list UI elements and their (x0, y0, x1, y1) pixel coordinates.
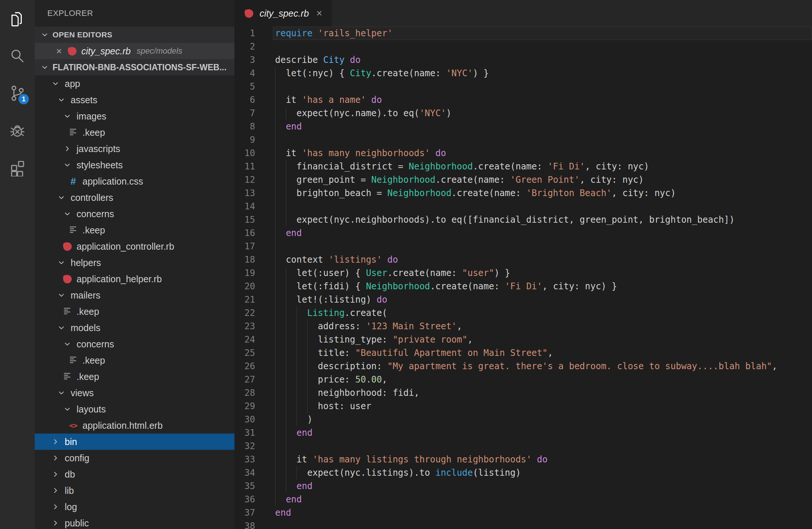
indent-guide (275, 107, 275, 120)
tree-item-helpers[interactable]: helpers (35, 255, 234, 271)
line-number: 1 (234, 27, 255, 40)
tree-item-stylesheets[interactable]: stylesheets (35, 157, 234, 173)
code-line-10[interactable]: 10it 'has many neighborhoods' do (234, 146, 812, 160)
code-line-19[interactable]: 19let(:user) { User.create(name: "user")… (234, 266, 812, 280)
chevron-right-icon (51, 486, 60, 495)
code-line-18[interactable]: 18context 'listings' do (234, 253, 812, 266)
indent-guide (286, 346, 286, 360)
chevron-down-icon (57, 388, 66, 398)
code-line-36[interactable]: 36end (234, 493, 812, 506)
code-line-29[interactable]: 29host: user (234, 400, 812, 413)
code-line-38[interactable]: 38 (234, 519, 812, 529)
tree-item-db[interactable]: db (35, 466, 234, 482)
code-line-11[interactable]: 11financial_district = Neighborhood.crea… (234, 160, 812, 173)
code-line-23[interactable]: 23address: '123 Main Street', (234, 320, 812, 333)
tree-item-assets[interactable]: assets (35, 92, 234, 108)
tree-item-concerns[interactable]: concerns (35, 206, 234, 222)
tree-item-log[interactable]: log (35, 499, 234, 515)
code-line-1[interactable]: 1require 'rails_helper' (234, 27, 812, 40)
source-control-icon[interactable]: 1 (0, 75, 35, 112)
tree-item-lib[interactable]: lib (35, 482, 234, 499)
tree-item-public[interactable]: public (35, 515, 234, 529)
tab-close-icon[interactable]: × (316, 8, 322, 19)
tree-item-mailers[interactable]: mailers (35, 287, 234, 303)
tree-item-views[interactable]: views (35, 385, 234, 401)
explorer-icon[interactable] (0, 1, 35, 38)
code-line-5[interactable]: 5 (234, 80, 812, 93)
chevron-down-icon (62, 111, 72, 121)
tree-item-application-controller-rb[interactable]: application_controller.rb (35, 238, 234, 255)
tree-item-concerns[interactable]: concerns (35, 336, 234, 352)
tree-item-controllers[interactable]: controllers (35, 189, 234, 206)
code-line-15[interactable]: 15expect(nyc.neighborhoods).to eq([finan… (234, 213, 812, 226)
code-line-35[interactable]: 35end (234, 479, 812, 493)
code-line-21[interactable]: 21let!(:listing) do (234, 293, 812, 306)
open-editor-item-city-spec[interactable]: × city_spec.rb spec/models (35, 43, 234, 59)
tree-item-label: assets (71, 95, 97, 105)
line-content: end (275, 493, 812, 506)
code-line-17[interactable]: 17 (234, 240, 812, 253)
code-line-37[interactable]: 37end (234, 506, 812, 519)
text-lines-icon (69, 355, 77, 366)
line-number: 38 (234, 519, 255, 529)
code-line-9[interactable]: 9 (234, 133, 812, 146)
code-line-13[interactable]: 13brighton_beach = Neighborhood.create(n… (234, 186, 812, 200)
code-line-4[interactable]: 4let(:nyc) { City.create(name: 'NYC') } (234, 67, 812, 80)
code-line-34[interactable]: 34expect(nyc.listings).to include(listin… (234, 466, 812, 479)
chevron-right-icon (51, 469, 60, 479)
code-line-24[interactable]: 24listing_type: "private room", (234, 333, 812, 346)
code-line-8[interactable]: 8end (234, 120, 812, 133)
extensions-icon[interactable] (0, 149, 35, 186)
chevron-down-icon (57, 95, 66, 105)
code-line-14[interactable]: 14 (234, 200, 812, 213)
tree-item-bin[interactable]: bin (35, 434, 234, 450)
code-line-28[interactable]: 28neighborhood: fidi, (234, 386, 812, 400)
code-editor[interactable]: 1require 'rails_helper'23describe City d… (234, 27, 812, 529)
code-line-31[interactable]: 31end (234, 426, 812, 439)
code-line-12[interactable]: 12green_point = Neighborhood.create(name… (234, 173, 812, 186)
tree-item--keep[interactable]: .keep (35, 352, 234, 368)
tree-item-application-css[interactable]: #application.css (35, 173, 234, 189)
tree-item--keep[interactable]: .keep (35, 303, 234, 320)
code-line-26[interactable]: 26description: "My apartment is great. t… (234, 360, 812, 373)
search-icon[interactable] (0, 38, 35, 75)
tab-city-spec[interactable]: city_spec.rb × (234, 0, 332, 27)
tree-item--keep[interactable]: .keep (35, 368, 234, 385)
code-line-2[interactable]: 2 (234, 40, 812, 53)
code-line-16[interactable]: 16end (234, 226, 812, 240)
tree-item-app[interactable]: app (35, 75, 234, 92)
tree-item-label: javascripts (77, 144, 120, 154)
code-line-20[interactable]: 20let(:fidi) { Neighborhood.create(name:… (234, 280, 812, 293)
code-line-6[interactable]: 6it 'has a name' do (234, 93, 812, 107)
code-line-3[interactable]: 3describe City do (234, 53, 812, 67)
indent-guide (275, 173, 275, 186)
code-line-30[interactable]: 30) (234, 413, 812, 426)
line-content: neighborhood: fidi, (275, 386, 812, 400)
tree-item-application-html-erb[interactable]: <>application.html.erb (35, 417, 234, 434)
line-number: 22 (234, 306, 255, 320)
code-line-33[interactable]: 33it 'has many listings through neighbor… (234, 453, 812, 466)
close-icon[interactable]: × (56, 46, 67, 57)
tree-item-application-helper-rb[interactable]: application_helper.rb (35, 271, 234, 287)
code-line-27[interactable]: 27price: 50.00, (234, 373, 812, 386)
indent-guide (275, 200, 275, 213)
debug-icon[interactable] (0, 112, 35, 149)
tree-item-config[interactable]: config (35, 450, 234, 466)
indent-guide (275, 413, 275, 426)
project-root-header[interactable]: FLATIRON-BNB-ASSOCIATIONS-SF-WEB... (35, 59, 234, 75)
tree-item--keep[interactable]: .keep (35, 124, 234, 141)
indent-guide (275, 293, 275, 306)
tree-item-javascripts[interactable]: javascripts (35, 141, 234, 157)
tree-item-layouts[interactable]: layouts (35, 401, 234, 417)
code-line-22[interactable]: 22Listing.create( (234, 306, 812, 320)
line-content: end (275, 479, 812, 493)
tree-item-label: app (65, 78, 80, 89)
tree-item-images[interactable]: images (35, 108, 234, 124)
code-line-7[interactable]: 7expect(nyc.name).to eq('NYC') (234, 107, 812, 120)
tree-item-models[interactable]: models (35, 320, 234, 336)
tree-item--keep[interactable]: .keep (35, 222, 234, 238)
code-line-32[interactable]: 32 (234, 439, 812, 453)
open-editors-header[interactable]: OPEN EDITORS (35, 27, 234, 43)
tree-item-label: concerns (77, 209, 114, 219)
code-line-25[interactable]: 25title: "Beautiful Apartment on Main St… (234, 346, 812, 360)
